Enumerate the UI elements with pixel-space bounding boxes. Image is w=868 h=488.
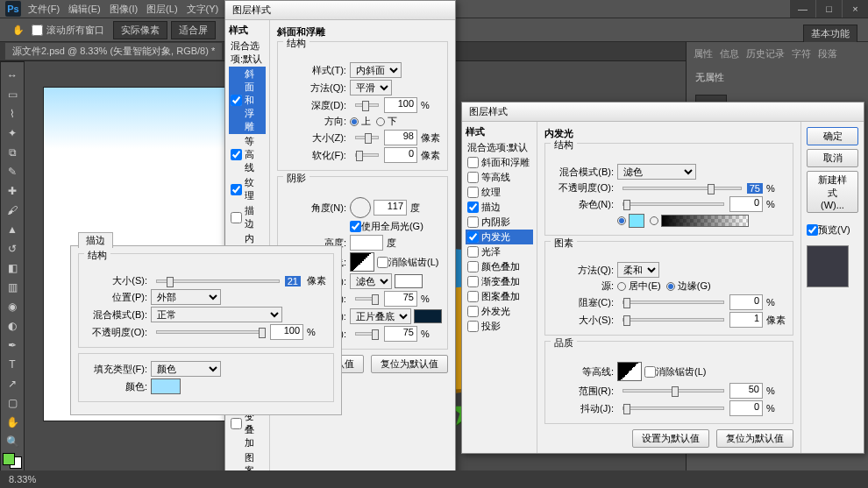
stroke-opacity-slider[interactable] [156,330,265,334]
ig-choke-slider[interactable] [623,301,724,304]
blur-tool-icon[interactable]: ◉ [3,298,22,315]
soften-value[interactable]: 0 [384,147,417,163]
technique-select[interactable]: 平滑 [350,80,392,95]
fill-type-select[interactable]: 颜色 [151,361,221,377]
brush-tool-icon[interactable]: 🖌 [3,202,22,219]
menu-type[interactable]: 文字(Y) [187,3,219,16]
panel-tab-character[interactable]: 字符 [792,47,811,60]
reset-default-button-2[interactable]: 复位为默认值 [716,429,793,448]
reset-default-button[interactable]: 复位为默认值 [371,355,448,373]
shadow-color-swatch[interactable] [414,309,442,323]
style2-coloroverlay[interactable]: 颜色叠加 [466,259,533,274]
stroke-size-slider[interactable] [156,279,280,283]
style2-stroke[interactable]: 描边 [466,200,533,215]
style-row-texture[interactable]: 纹理 [229,175,266,203]
ig-blend-select[interactable]: 滤色 [617,164,696,180]
crop-tool-icon[interactable]: ⧉ [3,144,22,161]
menu-image[interactable]: 图像(I) [110,3,138,16]
preview-checkbox[interactable] [807,224,818,236]
dodge-tool-icon[interactable]: ◐ [3,317,22,335]
ig-opacity-value[interactable]: 75 [747,183,763,194]
ig-size-value[interactable]: 1 [729,312,763,328]
stroke-blend-select[interactable]: 正常 [151,307,282,322]
ig-noise-value[interactable]: 0 [729,196,763,212]
shadow-opacity-slider[interactable] [355,332,379,336]
menu-edit[interactable]: 编辑(E) [68,3,101,16]
ig-jitter-slider[interactable] [623,407,724,410]
stamp-tool-icon[interactable]: ▲ [3,221,22,238]
ig-noise-slider[interactable] [623,202,724,206]
make-default-button-2[interactable]: 设置为默认值 [632,429,709,448]
gradient-tool-icon[interactable]: ▥ [3,279,22,296]
workspace-preset[interactable]: 基本功能 [803,25,857,43]
history-brush-icon[interactable]: ↺ [3,240,22,258]
style-row-stroke[interactable]: 描边 [229,203,266,231]
stroke-tab[interactable]: 描边 [78,232,113,248]
ig-opacity-slider[interactable] [623,187,742,190]
ig-gradient-radio[interactable] [650,216,658,225]
minimize-button[interactable]: — [789,0,815,18]
ig-size-slider[interactable] [623,318,724,322]
wand-tool-icon[interactable]: ✦ [3,124,22,142]
style-row-contour[interactable]: 等高线 [229,134,266,175]
ig-color-swatch[interactable] [629,214,644,228]
maximize-button[interactable]: □ [815,0,842,18]
style2-dropshadow[interactable]: 投影 [466,319,533,334]
hand-tool-icon2[interactable]: ✋ [3,414,22,431]
style-select[interactable]: 内斜面 [350,62,402,78]
highlight-opacity-slider[interactable] [355,297,379,301]
scroll-all-checkbox[interactable]: 滚动所有窗口 [32,24,104,37]
ig-source-edge-radio[interactable] [666,282,675,291]
type-tool-icon[interactable]: T [3,356,22,373]
dir-down-radio[interactable] [376,117,385,126]
fg-color-swatch[interactable] [3,453,15,465]
ig-technique-select[interactable]: 柔和 [617,262,659,278]
actual-pixels-button[interactable]: 实际像素 [113,21,167,39]
marquee-tool-icon[interactable]: ▭ [3,86,22,103]
menu-layer[interactable]: 图层(L) [146,3,177,16]
style2-patoverlay[interactable]: 图案叠加 [466,289,533,304]
menu-file[interactable]: 文件(F) [28,3,60,16]
blend-options-row-2[interactable]: 混合选项:默认 [466,140,533,155]
lasso-tool-icon[interactable]: ⌇ [3,105,22,123]
ig-gradient-picker[interactable] [661,215,749,227]
panel-tab-paragraph[interactable]: 段落 [818,47,837,60]
depth-slider[interactable] [355,103,379,107]
ig-jitter-value[interactable]: 0 [729,400,763,416]
ig-antialias-checkbox[interactable] [644,366,656,378]
highlight-opacity-value[interactable]: 75 [384,291,417,307]
ig-range-slider[interactable] [623,389,724,393]
blend-options-row[interactable]: 混合选项:默认 [229,39,266,67]
angle-value[interactable]: 117 [374,200,407,216]
ig-choke-value[interactable]: 0 [729,294,763,310]
ig-color-radio[interactable] [617,216,626,225]
panel-tab-history[interactable]: 历史记录 [746,47,785,60]
panel-tab-info[interactable]: 信息 [720,47,739,60]
zoom-level[interactable]: 8.33% [9,474,36,484]
eyedropper-tool-icon[interactable]: ✎ [3,163,22,180]
shadow-opacity-value[interactable]: 75 [384,326,417,342]
ig-contour-picker[interactable] [617,362,642,381]
shape-tool-icon[interactable]: ▢ [3,394,22,412]
stroke-position-select[interactable]: 外部 [151,289,221,305]
bevel-size-value[interactable]: 98 [384,130,417,145]
depth-value[interactable]: 100 [384,97,417,113]
gloss-contour-picker[interactable] [350,252,374,272]
ok-button[interactable]: 确定 [807,127,858,145]
bevel-size-slider[interactable] [355,136,379,139]
style2-bevel[interactable]: 斜面和浮雕 [466,155,533,170]
highlight-mode-select[interactable]: 滤色 [350,273,392,289]
close-button[interactable]: × [842,0,868,18]
altitude-value[interactable] [350,235,383,251]
style2-innershadow[interactable]: 内阴影 [466,215,533,230]
dir-up-radio[interactable] [350,117,359,126]
style2-innerglow[interactable]: 内发光 [466,230,533,244]
style2-texture[interactable]: 纹理 [466,185,533,200]
style2-satin[interactable]: 光泽 [466,244,533,259]
shadow-mode-select[interactable]: 正片叠底 [350,308,411,324]
soften-slider[interactable] [355,153,379,157]
color-swatches[interactable] [3,452,22,470]
panel-tab-properties[interactable]: 属性 [694,47,713,60]
new-style-button[interactable]: 新建样式(W)... [807,171,858,213]
style2-outerglow[interactable]: 外发光 [466,304,533,319]
